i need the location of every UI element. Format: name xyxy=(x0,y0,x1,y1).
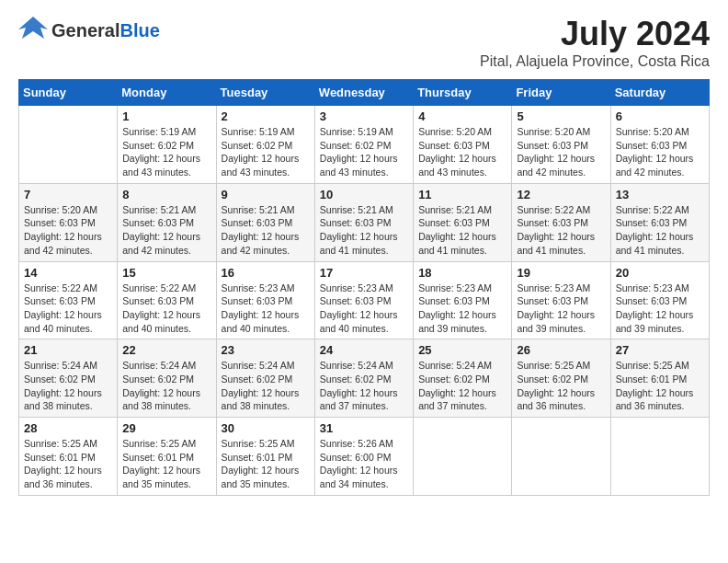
day-info: Sunrise: 5:24 AM Sunset: 6:02 PM Dayligh… xyxy=(222,359,310,413)
title-block: July 2024 Pital, Alajuela Province, Cost… xyxy=(480,15,710,70)
calendar-cell: 30Sunrise: 5:25 AM Sunset: 6:01 PM Dayli… xyxy=(216,418,314,496)
day-number: 21 xyxy=(24,343,112,357)
calendar-day-header: Saturday xyxy=(610,80,709,106)
day-number: 30 xyxy=(222,421,310,435)
day-number: 26 xyxy=(517,343,605,357)
page-subtitle: Pital, Alajuela Province, Costa Rica xyxy=(480,53,710,70)
day-info: Sunrise: 5:20 AM Sunset: 6:03 PM Dayligh… xyxy=(517,125,605,179)
day-number: 12 xyxy=(517,188,605,201)
calendar-cell: 19Sunrise: 5:23 AM Sunset: 6:03 PM Dayli… xyxy=(512,261,610,339)
day-number: 17 xyxy=(320,266,408,280)
day-number: 27 xyxy=(616,343,704,357)
day-info: Sunrise: 5:23 AM Sunset: 6:03 PM Dayligh… xyxy=(418,282,506,336)
calendar-cell: 25Sunrise: 5:24 AM Sunset: 6:02 PM Dayli… xyxy=(414,339,512,418)
day-info: Sunrise: 5:20 AM Sunset: 6:03 PM Dayligh… xyxy=(24,203,112,258)
calendar-cell: 24Sunrise: 5:24 AM Sunset: 6:02 PM Dayli… xyxy=(314,339,413,418)
day-info: Sunrise: 5:20 AM Sunset: 6:03 PM Dayligh… xyxy=(616,125,704,179)
day-number: 29 xyxy=(122,421,210,435)
day-info: Sunrise: 5:19 AM Sunset: 6:02 PM Dayligh… xyxy=(320,125,408,179)
day-number: 15 xyxy=(122,266,210,280)
calendar-cell: 5Sunrise: 5:20 AM Sunset: 6:03 PM Daylig… xyxy=(512,106,610,184)
calendar-cell: 31Sunrise: 5:26 AM Sunset: 6:00 PM Dayli… xyxy=(314,418,413,496)
calendar-cell: 17Sunrise: 5:23 AM Sunset: 6:03 PM Dayli… xyxy=(314,261,413,339)
day-info: Sunrise: 5:19 AM Sunset: 6:02 PM Dayligh… xyxy=(222,125,310,179)
svg-marker-0 xyxy=(18,17,48,39)
day-info: Sunrise: 5:23 AM Sunset: 6:03 PM Dayligh… xyxy=(320,282,408,336)
calendar-cell: 26Sunrise: 5:25 AM Sunset: 6:02 PM Dayli… xyxy=(512,339,610,418)
calendar-week-row: 7Sunrise: 5:20 AM Sunset: 6:03 PM Daylig… xyxy=(19,183,710,261)
calendar-cell: 22Sunrise: 5:24 AM Sunset: 6:02 PM Dayli… xyxy=(118,339,216,418)
day-info: Sunrise: 5:24 AM Sunset: 6:02 PM Dayligh… xyxy=(24,359,112,413)
day-number: 10 xyxy=(320,188,408,201)
calendar-cell: 23Sunrise: 5:24 AM Sunset: 6:02 PM Dayli… xyxy=(216,339,314,418)
day-info: Sunrise: 5:20 AM Sunset: 6:03 PM Dayligh… xyxy=(418,125,506,179)
day-info: Sunrise: 5:24 AM Sunset: 6:02 PM Dayligh… xyxy=(122,359,210,413)
day-number: 8 xyxy=(122,188,210,201)
day-number: 22 xyxy=(122,343,210,357)
day-info: Sunrise: 5:22 AM Sunset: 6:03 PM Dayligh… xyxy=(122,282,210,336)
calendar-day-header: Tuesday xyxy=(216,80,314,106)
day-number: 31 xyxy=(320,421,408,435)
day-info: Sunrise: 5:22 AM Sunset: 6:03 PM Dayligh… xyxy=(24,282,112,336)
day-number: 7 xyxy=(24,188,112,201)
calendar-header-row: SundayMondayTuesdayWednesdayThursdayFrid… xyxy=(19,80,710,106)
day-info: Sunrise: 5:21 AM Sunset: 6:03 PM Dayligh… xyxy=(222,203,310,258)
day-info: Sunrise: 5:24 AM Sunset: 6:02 PM Dayligh… xyxy=(418,359,506,413)
page-title: July 2024 xyxy=(480,15,710,53)
day-info: Sunrise: 5:21 AM Sunset: 6:03 PM Dayligh… xyxy=(122,203,210,258)
day-info: Sunrise: 5:21 AM Sunset: 6:03 PM Dayligh… xyxy=(320,203,408,258)
calendar-week-row: 21Sunrise: 5:24 AM Sunset: 6:02 PM Dayli… xyxy=(19,339,710,418)
calendar-day-header: Thursday xyxy=(414,80,512,106)
calendar-cell: 28Sunrise: 5:25 AM Sunset: 6:01 PM Dayli… xyxy=(19,418,118,496)
calendar-cell: 4Sunrise: 5:20 AM Sunset: 6:03 PM Daylig… xyxy=(414,106,512,184)
day-info: Sunrise: 5:26 AM Sunset: 6:00 PM Dayligh… xyxy=(320,437,408,491)
calendar-cell: 15Sunrise: 5:22 AM Sunset: 6:03 PM Dayli… xyxy=(118,261,216,339)
day-info: Sunrise: 5:25 AM Sunset: 6:01 PM Dayligh… xyxy=(24,437,112,491)
day-number: 24 xyxy=(320,343,408,357)
calendar-cell: 13Sunrise: 5:22 AM Sunset: 6:03 PM Dayli… xyxy=(610,183,709,261)
logo-bird-icon xyxy=(18,15,48,46)
calendar-cell: 12Sunrise: 5:22 AM Sunset: 6:03 PM Dayli… xyxy=(512,183,610,261)
day-number: 2 xyxy=(222,109,310,123)
calendar-cell: 21Sunrise: 5:24 AM Sunset: 6:02 PM Dayli… xyxy=(19,339,118,418)
day-info: Sunrise: 5:25 AM Sunset: 6:01 PM Dayligh… xyxy=(122,437,210,491)
day-info: Sunrise: 5:25 AM Sunset: 6:01 PM Dayligh… xyxy=(616,359,704,413)
day-info: Sunrise: 5:22 AM Sunset: 6:03 PM Dayligh… xyxy=(517,203,605,258)
logo-name: GeneralBlue xyxy=(51,20,160,40)
day-info: Sunrise: 5:23 AM Sunset: 6:03 PM Dayligh… xyxy=(616,282,704,336)
calendar-cell: 29Sunrise: 5:25 AM Sunset: 6:01 PM Dayli… xyxy=(118,418,216,496)
calendar-cell: 16Sunrise: 5:23 AM Sunset: 6:03 PM Dayli… xyxy=(216,261,314,339)
calendar-week-row: 1Sunrise: 5:19 AM Sunset: 6:02 PM Daylig… xyxy=(19,106,710,184)
day-number: 19 xyxy=(517,266,605,280)
day-number: 28 xyxy=(24,421,112,435)
day-info: Sunrise: 5:25 AM Sunset: 6:02 PM Dayligh… xyxy=(517,359,605,413)
calendar-cell: 11Sunrise: 5:21 AM Sunset: 6:03 PM Dayli… xyxy=(414,183,512,261)
day-number: 6 xyxy=(616,109,704,123)
calendar-cell: 1Sunrise: 5:19 AM Sunset: 6:02 PM Daylig… xyxy=(118,106,216,184)
calendar-cell xyxy=(610,418,709,496)
calendar-cell xyxy=(19,106,118,184)
day-number: 13 xyxy=(616,188,704,201)
day-info: Sunrise: 5:24 AM Sunset: 6:02 PM Dayligh… xyxy=(320,359,408,413)
logo: GeneralBlue xyxy=(18,15,160,46)
day-number: 9 xyxy=(222,188,310,201)
day-info: Sunrise: 5:23 AM Sunset: 6:03 PM Dayligh… xyxy=(222,282,310,336)
day-number: 1 xyxy=(122,109,210,123)
calendar-cell: 27Sunrise: 5:25 AM Sunset: 6:01 PM Dayli… xyxy=(610,339,709,418)
day-number: 3 xyxy=(320,109,408,123)
calendar-day-header: Wednesday xyxy=(314,80,413,106)
logo-text-block: GeneralBlue xyxy=(51,20,160,40)
calendar-day-header: Monday xyxy=(118,80,216,106)
calendar-day-header: Sunday xyxy=(19,80,118,106)
calendar-cell: 20Sunrise: 5:23 AM Sunset: 6:03 PM Dayli… xyxy=(610,261,709,339)
calendar-cell: 10Sunrise: 5:21 AM Sunset: 6:03 PM Dayli… xyxy=(314,183,413,261)
day-number: 20 xyxy=(616,266,704,280)
day-number: 5 xyxy=(517,109,605,123)
day-number: 14 xyxy=(24,266,112,280)
day-number: 18 xyxy=(418,266,506,280)
calendar-day-header: Friday xyxy=(512,80,610,106)
calendar-cell: 7Sunrise: 5:20 AM Sunset: 6:03 PM Daylig… xyxy=(19,183,118,261)
calendar-cell: 6Sunrise: 5:20 AM Sunset: 6:03 PM Daylig… xyxy=(610,106,709,184)
calendar-cell: 9Sunrise: 5:21 AM Sunset: 6:03 PM Daylig… xyxy=(216,183,314,261)
calendar-cell: 3Sunrise: 5:19 AM Sunset: 6:02 PM Daylig… xyxy=(314,106,413,184)
